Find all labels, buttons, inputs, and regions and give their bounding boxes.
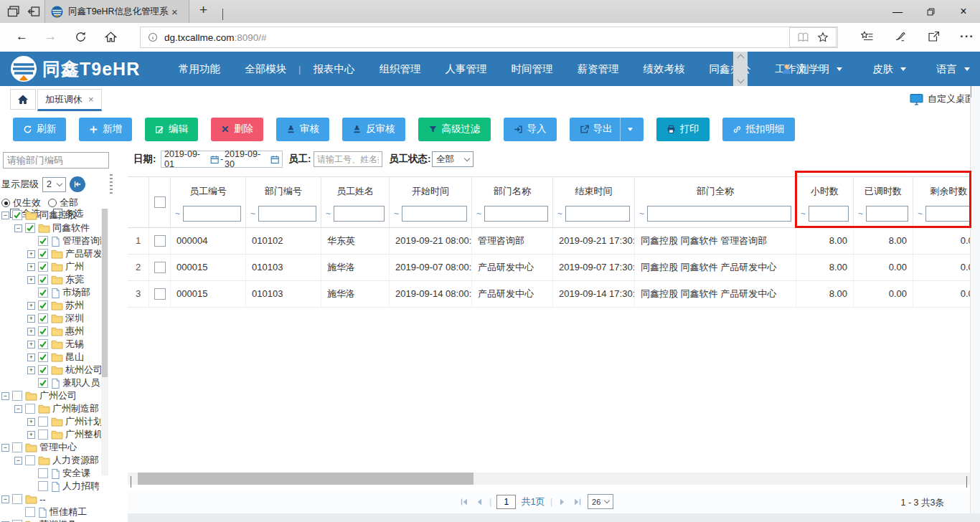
tree-checkbox[interactable] (38, 339, 48, 349)
tree-node-0[interactable]: −同鑫控股 (0, 209, 101, 222)
nav-item-1[interactable]: 常用功能 (166, 62, 232, 76)
export-dropdown-caret[interactable] (620, 118, 633, 141)
nav-item-6[interactable]: 时间管理 (499, 62, 565, 76)
first-page-icon[interactable] (459, 497, 469, 507)
last-page-icon[interactable] (573, 497, 583, 507)
tree-node-11[interactable]: +昆山 (0, 351, 101, 364)
tab-close-icon[interactable]: × (88, 94, 94, 105)
nav-item-9[interactable]: 同鑫办公 (697, 62, 763, 76)
favorites-list-icon[interactable] (861, 31, 873, 43)
tree-node-13[interactable]: 兼职人员 (0, 376, 101, 389)
tree-checkbox[interactable] (38, 236, 48, 246)
nav-item-5[interactable]: 人事管理 (433, 62, 499, 76)
tree-checkbox[interactable] (38, 288, 48, 298)
tree-checkbox[interactable] (38, 481, 48, 491)
column-filter-input[interactable] (334, 206, 385, 222)
column-filter-input[interactable] (866, 206, 908, 222)
select-all-rows-checkbox[interactable] (154, 196, 166, 208)
add-button[interactable]: 新增 (79, 118, 132, 141)
browser-tab[interactable]: 同鑫T9eHR信息化管理系统 × (44, 0, 189, 23)
expand-node-icon[interactable]: + (27, 315, 35, 323)
collapse-node-icon[interactable]: − (1, 444, 9, 452)
next-page-icon[interactable] (557, 497, 567, 507)
tree-node-18[interactable]: −管理中心 (0, 441, 101, 454)
page-size-select[interactable]: 26 (588, 494, 613, 509)
home-icon[interactable] (105, 31, 117, 43)
radio-effective-only[interactable] (1, 199, 10, 207)
scroll-right-icon[interactable] (966, 476, 967, 487)
column-filter-input[interactable] (484, 206, 548, 222)
tree-node-4[interactable]: +广州 (0, 260, 101, 273)
expand-node-icon[interactable]: + (27, 276, 35, 284)
nav-item-2[interactable]: 全部模块 (232, 62, 298, 76)
tree-checkbox[interactable] (38, 365, 48, 375)
tree-checkbox[interactable] (12, 210, 22, 220)
tree-checkbox[interactable] (38, 430, 48, 440)
tree-checkbox[interactable] (25, 223, 35, 233)
expand-node-icon[interactable]: + (27, 341, 35, 348)
tree-checkbox[interactable] (38, 378, 48, 388)
tree-node-1[interactable]: −同鑫软件 (0, 222, 101, 234)
page-number-input[interactable] (496, 495, 516, 509)
tab-close-icon[interactable]: × (171, 6, 178, 17)
column-filter-input[interactable] (183, 206, 241, 222)
tree-checkbox[interactable] (25, 455, 35, 465)
new-tab-button[interactable]: + (199, 2, 207, 18)
expand-node-icon[interactable]: + (27, 263, 35, 271)
language-menu[interactable]: 语言 (936, 62, 957, 76)
delete-button[interactable]: 删除 (211, 118, 263, 141)
window-close-button[interactable]: × (947, 0, 980, 23)
window-restore-button[interactable] (914, 0, 947, 23)
sidebar-resize-handle[interactable] (110, 174, 113, 194)
collapse-node-icon[interactable]: − (14, 457, 22, 465)
forward-icon[interactable]: → (44, 29, 57, 44)
date-from-value[interactable]: 2019-09-01 (164, 149, 208, 169)
department-code-input[interactable] (3, 152, 109, 169)
edit-button[interactable]: 编辑 (145, 118, 198, 141)
tree-checkbox[interactable] (38, 326, 48, 336)
tree-node-3[interactable]: +产品研发中心 (0, 247, 101, 260)
prev-page-icon[interactable] (474, 497, 484, 507)
tree-node-17[interactable]: +广州整机 (0, 428, 101, 441)
audit-button[interactable]: 审核 (276, 118, 329, 141)
tree-node-9[interactable]: +惠州 (0, 325, 101, 338)
tree-checkbox[interactable] (25, 507, 35, 517)
tree-node-20[interactable]: 安全课 (0, 467, 101, 480)
page-vertical-scrollbar[interactable] (970, 86, 980, 513)
table-horizontal-scrollbar[interactable] (128, 473, 970, 485)
display-level-select[interactable]: 2 (42, 177, 66, 192)
share-icon[interactable] (928, 31, 940, 43)
collapse-node-icon[interactable]: − (1, 392, 9, 400)
column-filter-input[interactable] (565, 206, 630, 222)
tree-checkbox[interactable] (38, 352, 48, 362)
refresh-page-icon[interactable] (75, 31, 87, 43)
tree-node-5[interactable]: +东莞 (0, 273, 101, 286)
tree-checkbox[interactable] (38, 468, 48, 478)
tree-node-15[interactable]: −广州制造部 (0, 402, 101, 415)
date-range-field[interactable]: 2019-09-01 - 2019-09-30 (161, 151, 283, 168)
url-field[interactable]: dg.txcallme.com:8090/# (140, 27, 838, 48)
collapse-node-icon[interactable]: − (14, 224, 22, 232)
tree-node-10[interactable]: +无锡 (0, 338, 101, 351)
radio-all[interactable] (48, 199, 57, 207)
tree-checkbox[interactable] (25, 404, 35, 414)
tab-overtime-leave[interactable]: 加班调休 × (37, 89, 102, 111)
expand-node-icon[interactable]: + (27, 366, 35, 374)
set-tabs-aside-icon[interactable] (27, 5, 42, 18)
tree-node-23[interactable]: 恒佳精工 (0, 506, 101, 518)
scroll-left-icon[interactable] (131, 476, 131, 487)
employee-search-input[interactable] (314, 151, 382, 167)
tree-node-6[interactable]: 市场部 (0, 286, 101, 299)
unaudit-button[interactable]: 反审核 (342, 118, 405, 141)
expand-node-icon[interactable]: + (27, 418, 35, 426)
window-minimize-button[interactable]: — (881, 0, 914, 23)
tree-node-22[interactable]: −-- (0, 493, 101, 506)
tab-preview-icon[interactable] (7, 5, 22, 18)
column-filter-input[interactable] (258, 206, 316, 222)
nav-item-7[interactable]: 薪资管理 (565, 62, 631, 76)
refresh-button[interactable]: 刷新 (13, 118, 66, 141)
tree-checkbox[interactable] (38, 417, 48, 427)
print-button[interactable]: 打印 (656, 118, 710, 141)
favorite-star-icon[interactable] (817, 32, 829, 43)
tab-list-chevron-icon[interactable] (222, 9, 223, 19)
